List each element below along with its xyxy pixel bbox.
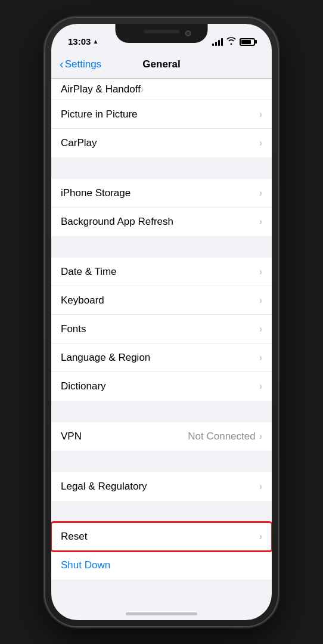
chevron-right-icon: › xyxy=(259,109,262,120)
battery-icon xyxy=(240,38,255,46)
signal-icon xyxy=(212,38,223,46)
iphone-storage-item[interactable]: iPhone Storage › xyxy=(51,179,272,208)
chevron-right-icon: › xyxy=(259,381,262,392)
vpn-value: Not Connected xyxy=(188,431,255,442)
chevron-right-icon: › xyxy=(259,352,262,363)
vpn-item[interactable]: VPN Not Connected › xyxy=(51,422,272,451)
status-icons xyxy=(212,37,255,47)
settings-group-1: Picture in Picture › CarPlay › xyxy=(51,100,272,157)
settings-group-2: iPhone Storage › Background App Refresh … xyxy=(51,179,272,236)
legal-regulatory-item[interactable]: Legal & Regulatory › xyxy=(51,472,272,501)
item-label: CarPlay xyxy=(61,137,259,149)
settings-group-3: Date & Time › Keyboard › Fonts › Languag… xyxy=(51,258,272,401)
list-item[interactable]: Picture in Picture › xyxy=(51,100,272,129)
shutdown-label: Shut Down xyxy=(61,559,110,571)
time-display: 13:03 xyxy=(68,36,91,47)
page-title: General xyxy=(142,58,180,70)
item-label: Dictionary xyxy=(61,380,259,392)
fonts-item[interactable]: Fonts › xyxy=(51,315,272,343)
chevron-right-icon: › xyxy=(259,267,262,277)
keyboard-item[interactable]: Keyboard › xyxy=(51,286,272,315)
settings-group-6: Reset › xyxy=(51,522,272,551)
chevron-right-icon: › xyxy=(259,138,262,148)
section-divider xyxy=(51,451,272,472)
chevron-right-icon: › xyxy=(259,324,262,335)
item-label: Fonts xyxy=(61,323,259,335)
item-label: AirPlay & Handoff xyxy=(61,83,141,95)
section-divider xyxy=(51,401,272,422)
item-label: Reset xyxy=(61,531,259,543)
item-label: Picture in Picture xyxy=(61,109,259,120)
item-label: Date & Time xyxy=(61,266,259,278)
shutdown-item[interactable]: Shut Down xyxy=(51,551,272,580)
section-divider xyxy=(51,157,272,179)
settings-group-5: Legal & Regulatory › xyxy=(51,472,272,501)
back-chevron-icon: ‹ xyxy=(60,57,64,71)
speaker xyxy=(144,30,179,33)
settings-group-4: VPN Not Connected › xyxy=(51,422,272,451)
chevron-right-icon: › xyxy=(259,481,262,492)
chevron-right-icon: › xyxy=(141,84,144,95)
phone-screen: 13:03 ▲ xyxy=(51,24,272,620)
list-item[interactable]: CarPlay › xyxy=(51,129,272,157)
section-divider xyxy=(51,236,272,258)
chevron-right-icon: › xyxy=(259,188,262,199)
home-indicator xyxy=(126,612,197,615)
item-label: Language & Region xyxy=(61,352,259,364)
navigation-bar: ‹ Settings General xyxy=(51,50,272,79)
chevron-right-icon: › xyxy=(259,295,262,306)
back-label: Settings xyxy=(65,58,101,70)
dictionary-item[interactable]: Dictionary › xyxy=(51,372,272,401)
notch xyxy=(116,24,208,43)
background-app-refresh-item[interactable]: Background App Refresh › xyxy=(51,208,272,236)
back-button[interactable]: ‹ Settings xyxy=(60,57,101,71)
location-arrow-icon: ▲ xyxy=(92,38,98,45)
item-label: VPN xyxy=(61,431,188,442)
settings-content: AirPlay & Handoff › Picture in Picture ›… xyxy=(51,79,272,620)
phone-device: 13:03 ▲ xyxy=(45,18,278,626)
wifi-icon xyxy=(226,37,236,47)
list-item[interactable]: AirPlay & Handoff › xyxy=(51,79,272,100)
reset-item[interactable]: Reset › xyxy=(51,522,272,551)
camera xyxy=(185,30,191,36)
date-time-item[interactable]: Date & Time › xyxy=(51,258,272,286)
item-label: iPhone Storage xyxy=(61,187,259,199)
language-region-item[interactable]: Language & Region › xyxy=(51,343,272,372)
chevron-right-icon: › xyxy=(259,431,262,442)
chevron-right-icon: › xyxy=(259,216,262,227)
item-label: Background App Refresh xyxy=(61,216,259,228)
item-label: Keyboard xyxy=(61,295,259,306)
status-time: 13:03 ▲ xyxy=(68,36,98,47)
chevron-right-icon: › xyxy=(259,531,262,542)
item-label: Legal & Regulatory xyxy=(61,481,259,493)
section-divider xyxy=(51,501,272,522)
